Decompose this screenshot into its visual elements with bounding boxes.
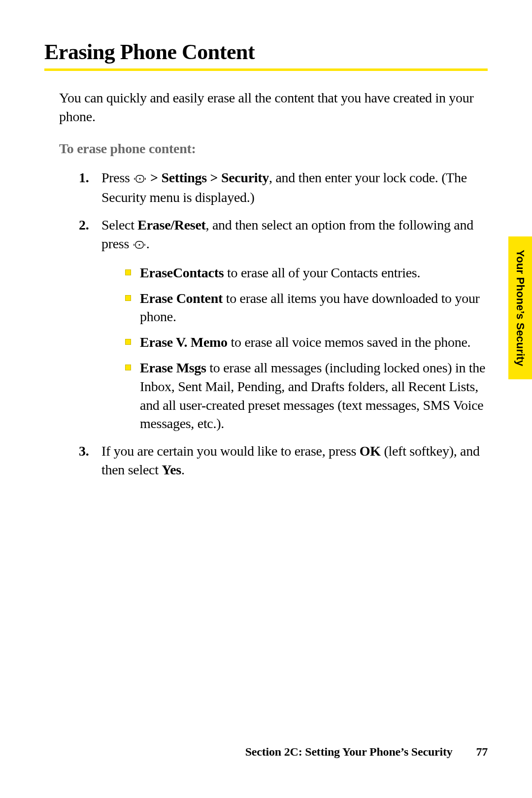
step-1: 1. Press > Settings > Security, and then… — [79, 168, 488, 207]
step-number: 1. — [79, 168, 89, 187]
option-label: Erase V. Memo — [140, 334, 228, 350]
page-number: 77 — [476, 745, 488, 759]
option-label: Erase Msgs — [140, 360, 206, 375]
option-erase-content: Erase Content to erase all items you hav… — [125, 289, 488, 327]
option-desc: to erase all of your Contacts entries. — [224, 265, 420, 280]
intro-paragraph: You can quickly and easily erase all the… — [59, 89, 483, 126]
footer-section: Section 2C: Setting Your Phone’s Securit… — [245, 745, 453, 758]
step-3-pre: If you are certain you would like to era… — [101, 443, 360, 459]
step-number: 3. — [79, 442, 89, 461]
options-list: EraseContacts to erase all of your Conta… — [125, 264, 488, 433]
step-2-command: Erase/Reset — [137, 217, 205, 233]
option-erase-contacts: EraseContacts to erase all of your Conta… — [125, 264, 488, 282]
manual-page: Erasing Phone Content You can quickly an… — [0, 0, 532, 798]
step-3-yes: Yes — [162, 462, 181, 477]
nav-key-icon — [133, 170, 146, 189]
heading-underline — [44, 68, 488, 71]
svg-point-5 — [138, 244, 140, 245]
step-3: 3. If you are certain you would like to … — [79, 442, 488, 479]
step-3-post: . — [181, 462, 185, 477]
option-erase-vmemo: Erase V. Memo to erase all voice memos s… — [125, 333, 488, 352]
step-2-pre: Select — [101, 217, 137, 233]
step-1-path: > Settings > Security — [147, 170, 269, 185]
step-number: 2. — [79, 216, 89, 234]
step-3-ok: OK — [360, 443, 381, 459]
section-side-tab: Your Phone’s Security — [508, 236, 532, 379]
nav-key-icon — [133, 236, 146, 255]
step-1-pre: Press — [101, 170, 133, 185]
svg-point-1 — [139, 178, 141, 179]
page-heading: Erasing Phone Content — [44, 39, 488, 65]
option-desc: to erase all voice memos saved in the ph… — [228, 334, 470, 350]
page-footer: Section 2C: Setting Your Phone’s Securit… — [245, 745, 488, 759]
option-erase-msgs: Erase Msgs to erase all messages (includ… — [125, 359, 488, 433]
step-2: 2. Select Erase/Reset, and then select a… — [79, 216, 488, 433]
procedure-subheading: To erase phone content: — [59, 141, 488, 157]
option-label: Erase Content — [140, 291, 223, 306]
steps-list: 1. Press > Settings > Security, and then… — [79, 168, 488, 479]
side-tab-label: Your Phone’s Security — [514, 250, 527, 366]
option-label: EraseContacts — [140, 265, 224, 280]
step-2-post: . — [146, 236, 150, 251]
